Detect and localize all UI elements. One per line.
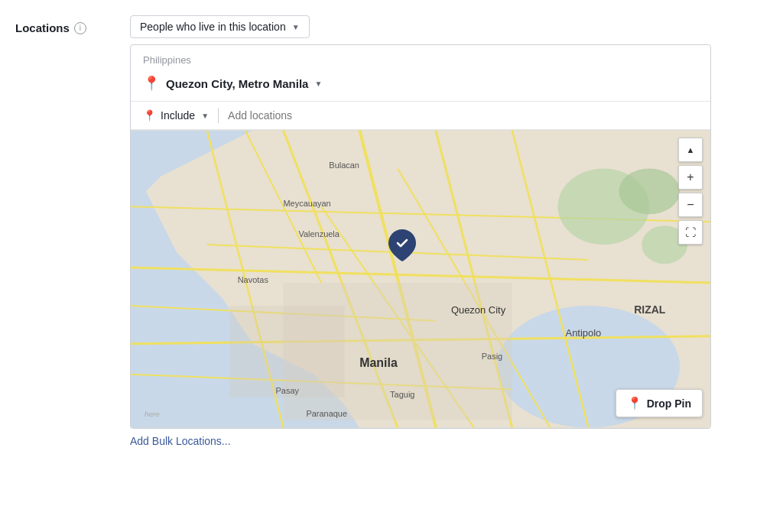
add-locations-input[interactable] — [228, 109, 381, 122]
map-controls: ▲ + − ⛶ — [678, 138, 703, 245]
svg-text:Manila: Manila — [359, 356, 398, 369]
svg-rect-22 — [230, 306, 345, 397]
location-city: Quezon City, Metro Manila — [166, 77, 308, 90]
svg-text:Navotas: Navotas — [238, 275, 269, 284]
svg-text:Quezon City: Quezon City — [451, 304, 506, 316]
drop-pin-label: Drop Pin — [647, 397, 691, 410]
map-scroll-up-button[interactable]: ▲ — [678, 138, 703, 162]
location-country: Philippines — [131, 45, 710, 69]
svg-text:Pasay: Pasay — [276, 386, 300, 395]
svg-text:Meycauayan: Meycauayan — [283, 199, 330, 208]
include-chevron-icon: ▼ — [201, 112, 209, 120]
svg-text:Valenzuela: Valenzuela — [298, 229, 340, 238]
svg-text:here: here — [145, 410, 160, 418]
svg-text:Antipolo: Antipolo — [566, 327, 602, 339]
dropdown-label: People who live in this location — [140, 21, 286, 33]
include-button[interactable]: 📍 Include ▼ — [143, 109, 209, 122]
add-bulk-locations-link[interactable]: Add Bulk Locations... — [130, 435, 231, 447]
locations-section: Locations i People who live in this loca… — [15, 15, 768, 447]
svg-text:Pasig: Pasig — [482, 352, 502, 361]
svg-text:Paranaque: Paranaque — [306, 409, 347, 418]
include-bar: 📍 Include ▼ — [131, 102, 710, 130]
location-box: Philippines 📍 Quezon City, Metro Manila … — [130, 44, 711, 429]
svg-text:Taguig: Taguig — [390, 390, 414, 399]
chevron-down-icon: ▼ — [292, 23, 300, 31]
zoom-out-button[interactable]: − — [678, 193, 703, 217]
svg-point-19 — [619, 168, 680, 214]
pin-icon: 📍 — [143, 75, 160, 92]
include-pin-icon: 📍 — [143, 109, 156, 122]
map-container: Bulacan Meycauayan Valenzuela Navotas Qu… — [131, 130, 710, 428]
include-divider — [218, 108, 219, 123]
map-svg: Bulacan Meycauayan Valenzuela Navotas Qu… — [131, 130, 710, 428]
locations-label-area: Locations i — [15, 15, 115, 34]
locations-label: Locations — [15, 21, 70, 34]
include-label: Include — [161, 109, 195, 122]
drop-pin-button[interactable]: 📍 Drop Pin — [616, 389, 703, 417]
svg-text:Bulacan: Bulacan — [329, 161, 359, 170]
zoom-in-button[interactable]: + — [678, 165, 703, 190]
fullscreen-button[interactable]: ⛶ — [678, 220, 703, 245]
info-icon[interactable]: i — [74, 22, 86, 34]
svg-text:RIZAL: RIZAL — [634, 303, 666, 316]
locations-main: People who live in this location ▼ Phili… — [130, 15, 711, 447]
location-chevron-icon[interactable]: ▼ — [314, 79, 322, 88]
location-item: 📍 Quezon City, Metro Manila ▼ — [131, 69, 710, 102]
location-type-dropdown[interactable]: People who live in this location ▼ — [130, 15, 310, 38]
location-pin-marker — [388, 229, 416, 264]
drop-pin-icon: 📍 — [627, 396, 642, 410]
